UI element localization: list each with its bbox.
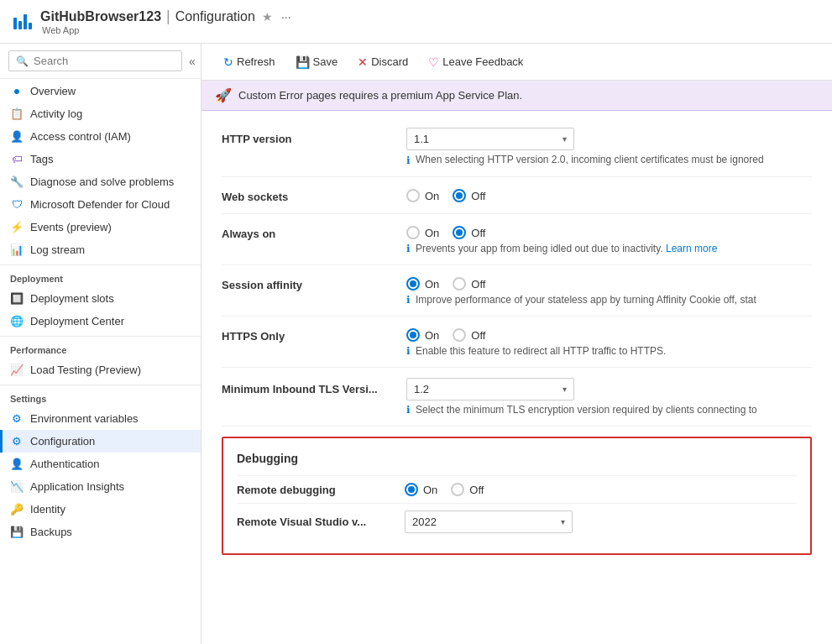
feedback-button[interactable]: ♡ Leave Feedback: [420, 52, 531, 72]
sidebar-item-app-insights[interactable]: 📉 Application Insights: [0, 475, 201, 498]
radio-circle-off: [453, 189, 466, 202]
configuration-icon: ⚙: [10, 435, 24, 448]
save-button[interactable]: 💾 Save: [287, 52, 347, 72]
radio-label: Off: [471, 329, 485, 342]
logo: [13, 14, 32, 29]
sidebar-item-overview[interactable]: ● Overview: [0, 79, 201, 102]
star-button[interactable]: ★: [260, 8, 275, 25]
https-only-on[interactable]: On: [406, 328, 439, 342]
sidebar-item-label: Tags: [30, 153, 53, 165]
sidebar-item-label: Authentication: [30, 458, 99, 470]
discard-button[interactable]: ✕ Discard: [349, 52, 416, 72]
web-sockets-on[interactable]: On: [406, 189, 439, 202]
sidebar-item-label: Load Testing (Preview): [30, 364, 141, 376]
sidebar-item-label: Diagnose and solve problems: [30, 175, 174, 188]
info-icon: ℹ: [406, 294, 411, 306]
sidebar-item-deployment-center[interactable]: 🌐 Deployment Center: [0, 310, 201, 332]
session-affinity-off[interactable]: Off: [453, 277, 485, 291]
form-area: HTTP version 1.1 ▾ ℹ When selecting HTTP…: [201, 111, 832, 644]
remote-debug-off[interactable]: Off: [451, 483, 484, 496]
sidebar-item-configuration[interactable]: ⚙ Configuration: [0, 430, 201, 453]
sidebar-item-backups[interactable]: 💾 Backups: [0, 521, 201, 543]
info-icon: ℹ: [406, 404, 411, 416]
form-label-https-only: HTTPS Only: [222, 327, 406, 343]
backups-icon: 💾: [10, 526, 24, 538]
web-sockets-off[interactable]: Off: [453, 189, 485, 202]
session-affinity-hint: ℹ Improve performance of your stateless …: [406, 294, 812, 306]
more-button[interactable]: ···: [280, 8, 293, 25]
radio-circle: [453, 277, 466, 291]
sidebar-item-activity-log[interactable]: 📋 Activity log: [0, 102, 201, 125]
sidebar-item-diagnose[interactable]: 🔧 Diagnose and solve problems: [0, 170, 201, 193]
discard-icon: ✕: [358, 55, 368, 69]
toolbar: ↻ Refresh 💾 Save ✕ Discard ♡ Leave Feedb…: [201, 44, 832, 81]
http-version-select[interactable]: 1.1 ▾: [406, 128, 574, 150]
main-layout: 🔍 « ● Overview 📋 Activity log 👤 Access c…: [0, 44, 832, 644]
search-input[interactable]: [34, 55, 175, 67]
app-name: GitHubBrowser123 | Configuration ★ ··· W…: [40, 8, 293, 35]
radio-group-always-on: On Off: [406, 224, 812, 239]
radio-circle: [453, 328, 466, 342]
sidebar-item-label: Overview: [30, 85, 76, 97]
sidebar-item-load-testing[interactable]: 📈 Load Testing (Preview): [0, 359, 201, 381]
search-box[interactable]: 🔍: [8, 50, 182, 71]
form-control-https-only: On Off ℹ Enable this feature to redirect…: [406, 327, 812, 357]
search-icon: 🔍: [16, 55, 29, 67]
select-chevron: ▾: [563, 134, 567, 144]
save-icon: 💾: [296, 55, 310, 69]
sidebar-item-tags[interactable]: 🏷 Tags: [0, 148, 201, 170]
select-chevron: ▾: [563, 385, 567, 394]
sidebar-item-label: Identity: [30, 503, 65, 516]
banner-icon: 🚀: [215, 87, 232, 103]
form-label-min-tls: Minimum Inbound TLS Versi...: [222, 378, 406, 395]
radio-group-web-sockets: On Off: [406, 187, 812, 202]
min-tls-select[interactable]: 1.2 ▾: [406, 378, 574, 401]
sidebar-item-label: Deployment slots: [30, 292, 114, 305]
sidebar-items: ● Overview 📋 Activity log 👤 Access contr…: [0, 79, 201, 644]
search-row: 🔍 «: [0, 44, 201, 79]
sidebar-item-deployment-slots[interactable]: 🔲 Deployment slots: [0, 287, 201, 310]
remote-debug-on[interactable]: On: [405, 483, 437, 496]
sidebar-item-access-control[interactable]: 👤 Access control (IAM): [0, 125, 201, 148]
sidebar-item-env-variables[interactable]: ⚙ Environment variables: [0, 407, 201, 430]
session-affinity-on[interactable]: On: [406, 277, 439, 291]
app-title: GitHubBrowser123: [40, 9, 161, 24]
feedback-icon: ♡: [428, 55, 439, 69]
radio-circle-checked: [405, 483, 418, 496]
form-label-session-affinity: Session affinity: [222, 275, 406, 291]
always-on-off[interactable]: Off: [453, 226, 485, 239]
radio-label: On: [425, 329, 439, 342]
group-performance: Performance: [0, 336, 201, 359]
refresh-button[interactable]: ↻ Refresh: [215, 52, 284, 72]
collapse-button[interactable]: «: [186, 51, 199, 71]
form-row-min-tls: Minimum Inbound TLS Versi... 1.2 ▾ ℹ Sel…: [222, 368, 812, 427]
form-control-session-affinity: On Off ℹ Improve performance of your sta…: [406, 275, 812, 306]
debug-label-vs-version: Remote Visual Studio v...: [237, 516, 405, 528]
banner-text: Custom Error pages requires a premium Ap…: [238, 89, 522, 102]
diagnose-icon: 🔧: [10, 175, 24, 188]
app-insights-icon: 📉: [10, 480, 24, 493]
sidebar-item-identity[interactable]: 🔑 Identity: [0, 498, 201, 521]
tags-icon: 🏷: [10, 153, 24, 165]
info-icon: ℹ: [406, 243, 411, 254]
page-title: Configuration: [175, 9, 255, 24]
always-on-on[interactable]: On: [406, 226, 439, 239]
form-control-http-version: 1.1 ▾ ℹ When selecting HTTP version 2.0,…: [406, 128, 812, 166]
radio-label: Off: [471, 227, 485, 239]
min-tls-hint: ℹ Select the minimum TLS encryption vers…: [406, 404, 812, 416]
learn-more-link[interactable]: Learn more: [666, 243, 717, 254]
sidebar-item-log-stream[interactable]: 📊 Log stream: [0, 238, 201, 261]
sidebar-item-events[interactable]: ⚡ Events (preview): [0, 216, 201, 238]
debug-row-remote: Remote debugging On Off: [237, 475, 797, 503]
deployment-center-icon: 🌐: [10, 315, 24, 327]
https-only-off[interactable]: Off: [453, 328, 485, 342]
sidebar-item-authentication[interactable]: 👤 Authentication: [0, 453, 201, 475]
debug-row-vs-version: Remote Visual Studio v... 2022 ▾: [237, 503, 797, 540]
sidebar-item-label: Environment variables: [30, 412, 139, 425]
info-icon: ℹ: [406, 345, 411, 357]
sidebar-item-defender[interactable]: 🛡 Microsoft Defender for Cloud: [0, 193, 201, 216]
activity-log-icon: 📋: [10, 107, 24, 120]
radio-label: Off: [469, 484, 484, 496]
vs-version-select[interactable]: 2022 ▾: [405, 510, 573, 533]
radio-label: On: [425, 227, 439, 239]
